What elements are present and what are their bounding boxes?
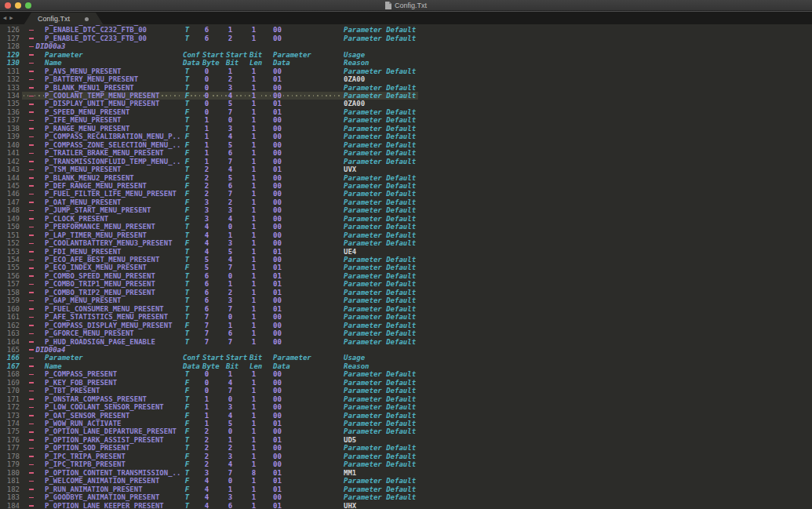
editor-line-126[interactable]: 126P_ENABLE_DTC_C232_FTB_00T61100Paramet…: [0, 26, 812, 34]
back-icon[interactable]: ◀: [3, 15, 6, 22]
editor-line-149[interactable]: 149P_CLOCK_PRESENTF34100Parameter Defaul…: [0, 215, 812, 223]
line-number[interactable]: 154: [0, 256, 20, 264]
line-number[interactable]: 168: [0, 370, 20, 378]
editor-line-137[interactable]: 137P_IFE_MENU_PRESENTT10100Parameter Def…: [0, 116, 812, 124]
editor-line-141[interactable]: 141P_TRAILER_BRAKE_MENU_PRESENTF16100Par…: [0, 149, 812, 157]
line-number[interactable]: 177: [0, 444, 20, 452]
fold-marker-icon[interactable]: [29, 497, 34, 499]
line-number[interactable]: 157: [0, 280, 20, 288]
fold-marker-icon[interactable]: [29, 243, 34, 245]
line-number[interactable]: 163: [0, 329, 20, 337]
fold-marker-icon[interactable]: [29, 267, 34, 269]
fold-marker-icon[interactable]: [29, 104, 34, 105]
line-number[interactable]: 130: [0, 59, 20, 67]
fold-marker-icon[interactable]: [29, 358, 34, 359]
editor-line-134[interactable]: 134P_COOLANT_TEMP_MENU_PRESENTF04100Para…: [0, 92, 812, 100]
fold-marker-icon[interactable]: [29, 227, 34, 228]
editor-line-156[interactable]: 156P_COMBO_SPEED_MENU_PRESENTT60101Param…: [0, 272, 812, 280]
line-number[interactable]: 162: [0, 322, 20, 329]
fold-marker-icon[interactable]: [29, 431, 34, 433]
fold-marker-icon[interactable]: [29, 284, 34, 285]
fold-marker-icon[interactable]: [29, 169, 34, 171]
line-number[interactable]: 156: [0, 272, 20, 280]
editor-line-145[interactable]: 145P_DEF_RANGE_MENU_PRESENTF26100Paramet…: [0, 182, 812, 190]
editor-line-170[interactable]: 170P_TBT_PRESENTF07100Parameter Default: [0, 387, 812, 394]
editor-line-130[interactable]: 130NameDataByteBitLenDataReason: [0, 59, 812, 67]
editor-line-142[interactable]: 142P_TRANSMISSIONFLUID_TEMP_MENU_..F1710…: [0, 158, 812, 165]
editor-line-128[interactable]: 128DID00a3: [0, 42, 812, 50]
fold-marker-icon[interactable]: [29, 63, 34, 64]
line-number[interactable]: 167: [0, 362, 20, 370]
fold-marker-icon[interactable]: [29, 292, 34, 293]
editor-line-136[interactable]: 136P_SPEED_MENU_PRESENTF07101Parameter D…: [0, 108, 812, 116]
fold-marker-icon[interactable]: [29, 251, 34, 253]
fold-marker-icon[interactable]: [29, 275, 34, 277]
line-number[interactable]: 148: [0, 206, 20, 214]
editor-line-183[interactable]: 183P_GOODBYE_ANIMATION_PRESENTT43100Para…: [0, 493, 812, 501]
line-number[interactable]: 176: [0, 436, 20, 444]
fold-marker-icon[interactable]: [29, 489, 34, 490]
fold-marker-icon[interactable]: [29, 96, 34, 97]
line-number[interactable]: 169: [0, 379, 20, 387]
line-number[interactable]: 184: [0, 502, 20, 509]
editor-line-166[interactable]: 166ParameterConfStartStartBitParameterUs…: [0, 354, 812, 362]
line-number[interactable]: 160: [0, 305, 20, 313]
fold-marker-icon[interactable]: [29, 111, 34, 113]
fold-marker-icon[interactable]: [29, 325, 34, 326]
editor-line-148[interactable]: 148P_JUMP_START_MENU_PRESENTF33100Parame…: [0, 206, 812, 214]
fold-marker-icon[interactable]: [29, 464, 34, 466]
line-number[interactable]: 179: [0, 460, 20, 468]
line-number[interactable]: 159: [0, 296, 20, 304]
line-number[interactable]: 150: [0, 223, 20, 231]
line-number[interactable]: 153: [0, 248, 20, 256]
fold-marker-icon[interactable]: [29, 128, 34, 129]
line-number[interactable]: 141: [0, 149, 20, 157]
editor-line-168[interactable]: 168P_COMPASS_PRESENTT01100Parameter Defa…: [0, 370, 812, 378]
line-number[interactable]: 165: [0, 346, 20, 354]
fold-marker-icon[interactable]: [29, 79, 34, 81]
fold-marker-icon[interactable]: [29, 374, 34, 376]
editor-line-174[interactable]: 174P_WOW_RUN_ACTIVATEF15101Parameter Def…: [0, 420, 812, 427]
line-number[interactable]: 133: [0, 84, 20, 92]
editor-line-138[interactable]: 138P_RANGE_MENU_PRESENTT13100Parameter D…: [0, 125, 812, 133]
line-number[interactable]: 155: [0, 264, 20, 271]
line-number[interactable]: 140: [0, 141, 20, 149]
line-number[interactable]: 137: [0, 116, 20, 124]
fold-marker-icon[interactable]: [29, 317, 34, 318]
fold-marker-icon[interactable]: [29, 424, 34, 425]
editor-line-179[interactable]: 179P_IPC_TRIPB_PRESENTF24100Parameter De…: [0, 460, 812, 468]
fold-marker-icon[interactable]: [29, 210, 34, 212]
line-number[interactable]: 161: [0, 313, 20, 321]
line-number[interactable]: 126: [0, 26, 20, 34]
editor-line-165[interactable]: 165DID00a4: [0, 346, 812, 354]
line-number[interactable]: 135: [0, 100, 20, 107]
editor-line-163[interactable]: 163P_GFORCE_MENU_PRESENTT76100Parameter …: [0, 329, 812, 337]
line-number[interactable]: 166: [0, 354, 20, 362]
line-number[interactable]: 132: [0, 75, 20, 83]
line-number[interactable]: 144: [0, 174, 20, 182]
editor-line-153[interactable]: 153P_FDI_MENU_PRESENTT45101UE4: [0, 248, 812, 256]
line-number[interactable]: 171: [0, 395, 20, 403]
fold-marker-icon[interactable]: [29, 87, 34, 89]
editor-line-159[interactable]: 159P_GAP_MENU_PRESENTT63100Parameter Def…: [0, 296, 812, 304]
line-number[interactable]: 143: [0, 165, 20, 173]
fold-marker-icon[interactable]: [29, 46, 34, 48]
fold-marker-icon[interactable]: [29, 71, 34, 72]
editor-line-146[interactable]: 146P_FUEL_FILTER_LIFE_MENU_PRESENTF27100…: [0, 190, 812, 198]
editor-line-152[interactable]: 152P_COOLANTBATTERY_MENU3_PRESENTF43100P…: [0, 239, 812, 247]
editor-line-150[interactable]: 150P_PERFORMANCE_MENU_PRESENTT40100Param…: [0, 223, 812, 231]
fold-marker-icon[interactable]: [29, 333, 34, 335]
line-number[interactable]: 127: [0, 35, 20, 42]
line-number[interactable]: 178: [0, 453, 20, 460]
editor-line-162[interactable]: 162P_COMPASS_DISPLAY_MENU_PRESENTF71100P…: [0, 322, 812, 329]
line-number[interactable]: 175: [0, 427, 20, 435]
tab-config-txt[interactable]: Config.Txt: [24, 13, 104, 25]
fold-marker-icon[interactable]: [29, 407, 34, 409]
editor-line-182[interactable]: 182P_RUN_ANIMATION_PRESENTF41101Paramete…: [0, 485, 812, 493]
editor-area[interactable]: 125P_ENABLE_DTC_C231_FTB_00T60100UE4126P…: [0, 24, 812, 509]
fold-marker-icon[interactable]: [29, 177, 34, 179]
fold-marker-icon[interactable]: [29, 218, 34, 220]
fold-marker-icon[interactable]: [29, 235, 34, 236]
editor-line-169[interactable]: 169P_KEY_FOB_PRESENTF04100Parameter Defa…: [0, 379, 812, 387]
fold-marker-icon[interactable]: [29, 161, 34, 162]
